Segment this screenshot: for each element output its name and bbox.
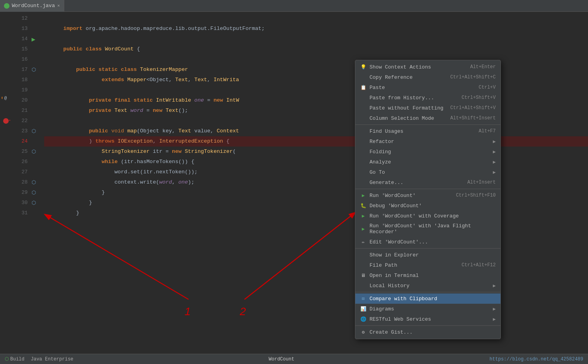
separator-4 xyxy=(355,292,500,292)
code-line-26: word.set(itr.nextToken()); xyxy=(44,157,588,167)
bookmark-17: ⬡ xyxy=(32,67,36,73)
menu-refactor[interactable]: Refactor ▶ xyxy=(355,136,500,147)
paste-history-icon xyxy=(360,95,366,101)
line-num-27: 27 xyxy=(12,167,28,177)
menu-column-selection[interactable]: Column Selection Mode Alt+Shift+Insert xyxy=(355,113,500,123)
java-file-icon xyxy=(4,3,9,9)
line-num-26: 26 xyxy=(12,157,28,167)
status-left: ⬡ Build Java Enterprise xyxy=(5,356,73,362)
menu-folding[interactable]: Folding ▶ xyxy=(355,147,500,157)
run-coverage-icon: ▶ xyxy=(360,213,366,219)
menu-paste-history[interactable]: Paste from History... Ctrl+Shift+V xyxy=(355,93,500,103)
menu-run-coverage[interactable]: ▶ Run 'WordCount' with Coverage xyxy=(355,211,500,221)
code-line-23: ) throws IOException, InterruptedExcepti… xyxy=(44,126,588,136)
code-line-12: import org.apache.hadoop.mapreduce.lib.o… xyxy=(44,13,588,24)
menu-open-terminal[interactable]: 🖥 Open in Terminal xyxy=(355,270,500,280)
wordcount-tab[interactable]: WordCount.java × xyxy=(0,0,64,12)
java-enterprise-item[interactable]: Java Enterprise xyxy=(31,357,73,362)
code-editor[interactable]: import org.apache.hadoop.mapreduce.lib.o… xyxy=(41,12,588,354)
line-num-22: 22 xyxy=(12,116,28,126)
line-num-31: 31 xyxy=(12,208,28,218)
debug-icon: 🐛 xyxy=(360,202,366,209)
code-line-31 xyxy=(44,208,588,218)
menu-paste[interactable]: 📋 Paste Ctrl+V xyxy=(355,82,500,93)
execution-arrow: → xyxy=(7,117,10,123)
code-line-22: public void map(Object key, Text value, … xyxy=(44,116,588,126)
menu-local-history[interactable]: Local History ▶ xyxy=(355,280,500,291)
line-num-16: 16 xyxy=(12,54,28,65)
compare-icon: ⊞ xyxy=(360,295,366,302)
menu-debug-wordcount[interactable]: 🐛 Debug 'WordCount' xyxy=(355,201,500,211)
menu-analyze[interactable]: Analyze ▶ xyxy=(355,157,500,167)
line-num-12: 12 xyxy=(12,13,28,24)
column-select-icon xyxy=(360,115,366,121)
build-button[interactable]: ⬡ Build xyxy=(5,356,24,362)
code-line-17: extends Mapper<Object, Text, Text, IntWr… xyxy=(44,65,588,75)
menu-compare-clipboard[interactable]: ⊞ Compare with Clipboard xyxy=(355,293,500,304)
paste-plain-icon xyxy=(360,105,366,111)
paste-icon: 📋 xyxy=(360,84,366,91)
context-menu: 💡 Show Context Actions Alt+Enter Copy Re… xyxy=(355,60,501,339)
separator-3 xyxy=(355,248,500,249)
menu-diagrams[interactable]: 📊 Diagrams ▶ xyxy=(355,304,500,314)
restful-icon: 🌐 xyxy=(360,316,366,322)
menu-file-path[interactable]: File Path Ctrl+Alt+F12 xyxy=(355,260,500,270)
menu-run-jfr[interactable]: ▶ Run 'WordCount' with 'Java Flight Reco… xyxy=(355,221,500,237)
code-line-29: } xyxy=(44,188,588,198)
lightbulb-icon: 💡 xyxy=(360,64,366,70)
menu-find-usages[interactable]: Find Usages Alt+F7 xyxy=(355,126,500,136)
bookmark-30: ⬡ xyxy=(32,200,36,206)
menu-goto[interactable]: Go To ▶ xyxy=(355,167,500,177)
menu-run-wordcount[interactable]: ▶ Run 'WordCount' Ctrl+Shift+F10 xyxy=(355,190,500,201)
status-center: WordCount xyxy=(269,357,294,362)
diagrams-icon: 📊 xyxy=(360,306,366,312)
explorer-icon xyxy=(360,252,366,258)
line-num-17: 17 xyxy=(12,65,28,75)
at-icon: @ xyxy=(4,96,7,100)
gutter: ▶ ⬡ ⬡ ⬡ ⬡ ⬡ ⬡ xyxy=(32,12,41,354)
line-num-18: 18 xyxy=(12,75,28,85)
override-icon: ⬆ xyxy=(1,95,4,100)
code-line-24: StringTokenizer itr = new StringTokenize… xyxy=(44,136,588,147)
folding-icon xyxy=(360,149,366,155)
status-bar: ⬡ Build Java Enterprise WordCount https:… xyxy=(0,354,588,364)
code-line-16: public static class TokenizerMapper xyxy=(44,54,588,65)
find-icon xyxy=(360,128,366,134)
separator-5 xyxy=(355,325,500,326)
menu-edit-wordcount[interactable]: ✏ Edit 'WordCount'... xyxy=(355,237,500,247)
bookmark-25: ⬡ xyxy=(32,149,36,155)
code-line-30: } xyxy=(44,198,588,208)
bookmark-29: ⬡ xyxy=(32,189,36,196)
code-line-13 xyxy=(44,24,588,34)
line-num-30: 30 xyxy=(12,198,28,208)
code-line-20: private Text word = new Text(); xyxy=(44,95,588,106)
goto-icon xyxy=(360,169,366,175)
line-num-25: 25 xyxy=(12,147,28,157)
tab-close-button[interactable]: × xyxy=(57,4,60,8)
menu-copy-reference[interactable]: Copy Reference Ctrl+Alt+Shift+C xyxy=(355,72,500,82)
menu-restful[interactable]: 🌐 RESTful Web Services ▶ xyxy=(355,314,500,324)
copy-icon xyxy=(360,74,366,80)
menu-show-explorer[interactable]: Show in Explorer xyxy=(355,250,500,260)
line-num-15: 15 xyxy=(12,44,28,54)
run-icon-14[interactable]: ▶ xyxy=(32,35,35,43)
run-wordcount-icon: ▶ xyxy=(360,192,366,199)
menu-create-gist[interactable]: ⚙ Create Gist... xyxy=(355,327,500,337)
menu-generate[interactable]: Generate... Alt+Insert xyxy=(355,177,500,188)
menu-show-context-actions[interactable]: 💡 Show Context Actions Alt+Enter xyxy=(355,62,500,72)
run-jfr-icon: ▶ xyxy=(360,226,366,232)
code-line-18 xyxy=(44,75,588,85)
line-num-28: 28 xyxy=(12,177,28,188)
line-num-19: 19 xyxy=(12,85,28,95)
line-num-23: 23 xyxy=(12,126,28,136)
edit-icon: ✏ xyxy=(360,239,366,245)
code-line-21 xyxy=(44,106,588,116)
menu-paste-no-format[interactable]: Paste without Formatting Ctrl+Alt+Shift+… xyxy=(355,103,500,113)
line-num-20: 20 xyxy=(12,95,28,106)
line-num-21: 21 xyxy=(12,106,28,116)
separator-1 xyxy=(355,124,500,125)
bookmark-23: ⬡ xyxy=(32,128,36,134)
code-line-25: while (itr.hasMoreTokens()) { xyxy=(44,147,588,157)
line-num-13: 13 xyxy=(12,24,28,34)
separator-2 xyxy=(355,189,500,189)
